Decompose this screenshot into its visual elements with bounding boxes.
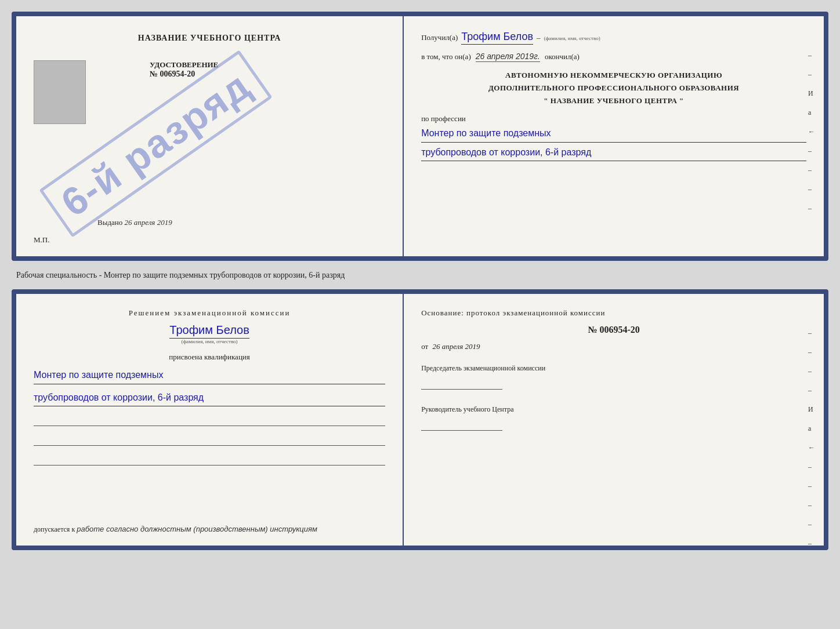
prof-block: по профессии Монтер по защите подземных … [421,114,806,161]
org-line2: ДОПОЛНИТЕЛЬНОГО ПРОФЕССИОНАЛЬНОГО ОБРАЗО… [421,82,806,94]
udost-label: УДОСТОВЕРЕНИЕ [150,60,218,70]
ruk-block: Руководитель учебного Центра [421,404,806,434]
right-side-lines-bottom: – – – – И а ← – – – – – [808,329,815,548]
udost-block: УДОСТОВЕРЕНИЕ № 006954-20 [150,60,218,79]
dopuskaetsya-label: допускается к [34,525,75,533]
vydano-label: Выдано [97,218,122,227]
diploma-top-right: – – И а ← – – – – Получил(а) Трофим Бело… [404,16,824,256]
dopuskaetsya-block: допускается к работе согласно должностны… [34,525,317,534]
top-left-title: НАЗВАНИЕ УЧЕБНОГО ЦЕНТРА [138,34,281,43]
photo-placeholder [34,60,86,124]
diploma-bottom-right: – – – – И а ← – – – – – Основание: прото… [404,294,824,546]
dopuskaetsya-value: работе согласно должностным (производств… [77,525,317,533]
bottom-prof-line1: Монтер по защите подземных [34,368,385,384]
chair-label: Председатель экзаменационной комиссии [421,363,806,373]
osnov-title: Основание: протокол экзаменационной коми… [421,308,806,318]
bottom-name-block: Трофим Белов (фамилия, имя, отчество) [34,323,385,344]
bottom-prof-line2: трубопроводов от коррозии, 6-й разряд [34,390,385,407]
decision-title: Решением экзаменационной комиссии [34,308,385,318]
protocol-number: № 006954-20 [421,325,806,335]
ruk-signature-line [421,419,502,431]
profession-line2: трубопроводов от коррозии, 6-й разряд [421,145,806,162]
org-block: АВТОНОМНУЮ НЕКОММЕРЧЕСКУЮ ОРГАНИЗАЦИЮ ДО… [421,69,806,107]
udost-number: № 006954-20 [150,70,218,79]
name-hint: (фамилия, имя, отчество) [544,35,600,41]
vtom-line: в том, что он(а) 26 апреля 2019г. окончи… [421,52,806,62]
diploma-top: НАЗВАНИЕ УЧЕБНОГО ЦЕНТРА УДОСТОВЕРЕНИЕ №… [12,12,828,261]
dash1: – [537,33,541,42]
assigned-text: присвоена квалификация [34,352,385,362]
mp-label: М.П. [34,235,49,245]
protocol-date: от 26 апреля 2019 [421,342,806,351]
right-side-lines: – – И а ← – – – – [808,51,815,213]
okonchil-label: окончил(а) [545,52,580,61]
diploma-bottom: Решением экзаменационной комиссии Трофим… [12,289,828,550]
vtom-label: в том, что он(а) [421,52,471,61]
page: НАЗВАНИЕ УЧЕБНОГО ЦЕНТРА УДОСТОВЕРЕНИЕ №… [0,0,840,629]
poluchil-line: Получил(а) Трофим Белов – (фамилия, имя,… [421,31,806,45]
vydano-date: 26 апреля 2019 [125,218,172,227]
diploma-top-left: НАЗВАНИЕ УЧЕБНОГО ЦЕНТРА УДОСТОВЕРЕНИЕ №… [16,16,404,256]
bottom-recipient-name: Трофим Белов [169,323,249,339]
org-line3: " НАЗВАНИЕ УЧЕБНОГО ЦЕНТРА " [421,94,806,107]
po-professii-label: по профессии [421,114,466,123]
chair-signature-line [421,378,502,390]
recipient-name: Трофим Белов [461,31,533,45]
diploma-bottom-left: Решением экзаменационной комиссии Трофим… [16,294,404,546]
vydano-line: Выдано 26 апреля 2019 [97,218,172,227]
ot-label: от [421,342,428,351]
poluchil-label: Получил(а) [421,33,458,42]
bottom-name-hint: (фамилия, имя, отчество) [182,339,238,344]
ot-date: 26 апреля 2019 [432,342,480,351]
completion-date: 26 апреля 2019г. [476,52,540,62]
org-line1: АВТОНОМНУЮ НЕКОММЕРЧЕСКУЮ ОРГАНИЗАЦИЮ [421,69,806,82]
profession-line1: Монтер по защите подземных [421,126,806,143]
middle-text: Рабочая специальность - Монтер по защите… [12,268,828,282]
ruk-label: Руководитель учебного Центра [421,404,806,415]
chair-block: Председатель экзаменационной комиссии [421,363,806,392]
